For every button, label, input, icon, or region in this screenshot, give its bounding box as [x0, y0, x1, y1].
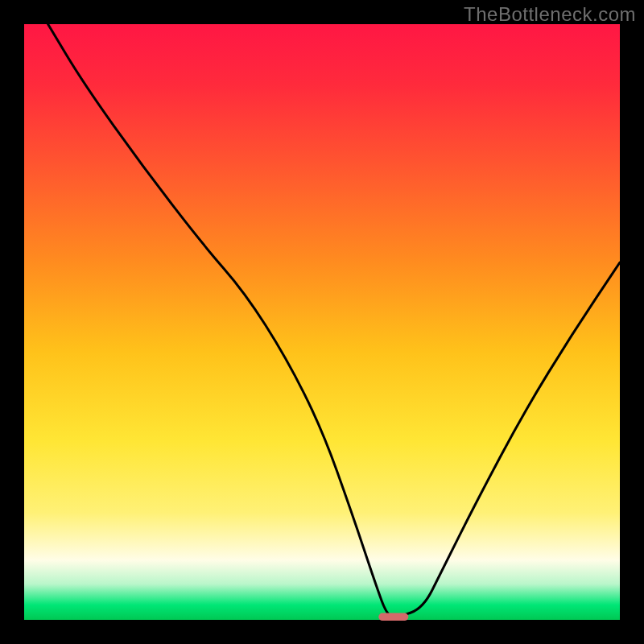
chart-frame: TheBottleneck.com [0, 0, 644, 644]
optimal-marker [378, 613, 408, 621]
bottleneck-chart [0, 0, 644, 644]
watermark-text: TheBottleneck.com [464, 3, 636, 26]
gradient-background [24, 24, 620, 620]
